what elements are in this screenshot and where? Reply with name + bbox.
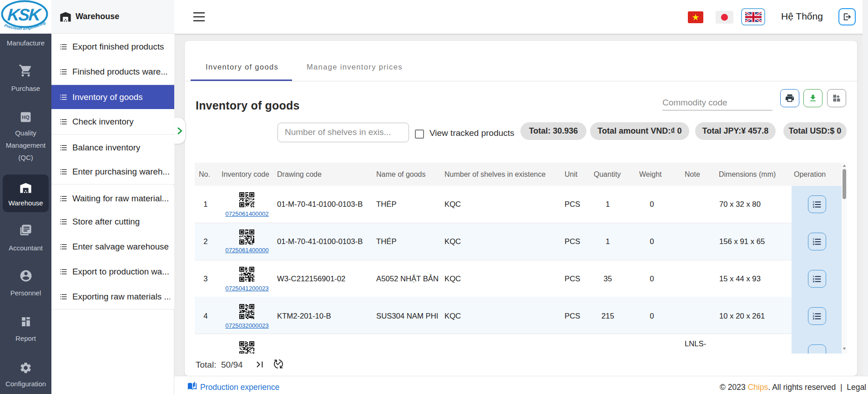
svg-text:KSK: KSK (7, 5, 42, 24)
svg-text:HQ: HQ (22, 115, 29, 120)
